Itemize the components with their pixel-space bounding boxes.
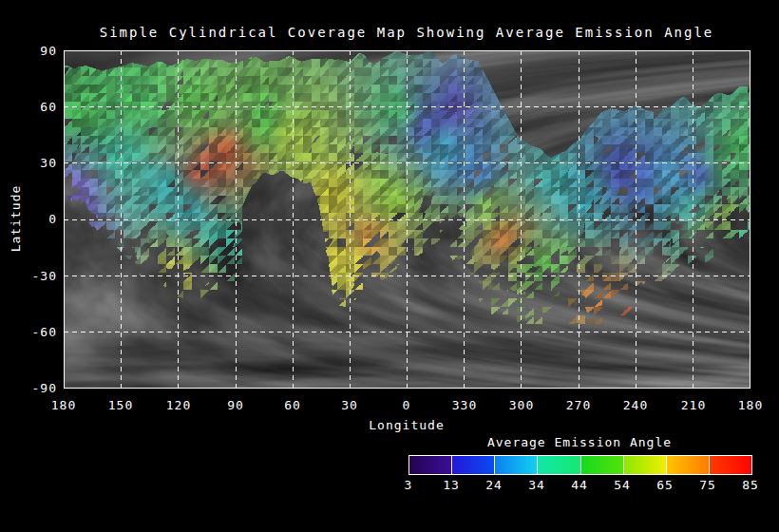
x-tick: 30 <box>328 398 371 412</box>
colorbar-tick: 54 <box>608 478 636 492</box>
x-tick: 60 <box>271 398 314 412</box>
colorbar-tick: 13 <box>437 478 466 492</box>
x-tick: 120 <box>157 398 200 412</box>
colorbar-tick: 3 <box>394 478 423 492</box>
colorbar-title: Average Emission Angle <box>487 435 672 449</box>
colorbar-tick: 65 <box>651 478 679 492</box>
x-tick: 180 <box>42 398 86 412</box>
y-tick: -90 <box>8 381 57 395</box>
colorbar <box>408 455 752 475</box>
y-tick: 90 <box>8 44 57 58</box>
x-tick: 240 <box>614 398 657 412</box>
colorbar-tick: 24 <box>480 478 508 492</box>
x-tick: 150 <box>99 398 142 412</box>
y-tick: 60 <box>8 100 57 114</box>
colorbar-segment <box>709 456 751 474</box>
x-tick: 210 <box>672 398 715 412</box>
colorbar-tick: 85 <box>736 478 765 492</box>
colorbar-segment <box>451 456 494 474</box>
x-tick: 0 <box>385 398 428 412</box>
x-axis-label: Longitude <box>369 418 444 432</box>
colorbar-segment <box>666 456 709 474</box>
x-tick: 180 <box>729 398 772 412</box>
y-tick: 30 <box>8 156 57 170</box>
colorbar-segment <box>537 456 580 474</box>
colorbar-segment <box>623 456 666 474</box>
y-axis-label: Latitude <box>9 185 23 253</box>
colorbar-tick: 75 <box>694 478 722 492</box>
coverage-map-window: Simple Cylindrical Coverage Map Showing … <box>0 0 779 532</box>
colorbar-tick: 34 <box>522 478 551 492</box>
x-tick: 270 <box>557 398 600 412</box>
x-tick: 300 <box>500 398 543 412</box>
y-tick: -60 <box>8 325 57 339</box>
colorbar-segment <box>580 456 623 474</box>
cylindrical-map-canvas <box>64 50 750 389</box>
y-tick: -30 <box>8 269 57 283</box>
x-tick: 90 <box>214 398 257 412</box>
colorbar-segment <box>494 456 537 474</box>
plot-title: Simple Cylindrical Coverage Map Showing … <box>100 25 714 40</box>
x-tick: 330 <box>443 398 486 412</box>
colorbar-tick: 44 <box>565 478 594 492</box>
colorbar-segment <box>409 456 451 474</box>
